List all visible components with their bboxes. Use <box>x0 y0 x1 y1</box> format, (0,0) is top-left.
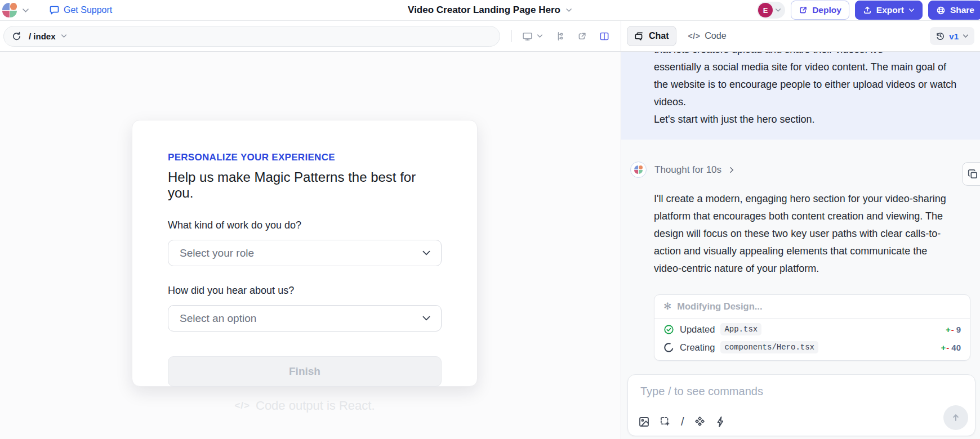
spinner-icon <box>663 342 674 353</box>
export-label: Export <box>876 5 904 15</box>
preview-toolbar: / index <box>0 21 621 52</box>
sparkle-icon: ✻ <box>663 302 671 311</box>
thought-expand-chevron-icon[interactable] <box>729 167 734 173</box>
copy-icon <box>968 169 978 180</box>
personalize-modal: PERSONALIZE YOUR EXPERIENCE Help us make… <box>132 120 478 387</box>
device-chevron-down-icon <box>537 34 543 38</box>
role-select[interactable]: Select your role <box>168 240 442 266</box>
desktop-monitor-icon <box>522 32 533 41</box>
diff-stats: + - 9 <box>946 325 961 334</box>
version-chevron-down-icon <box>963 34 969 38</box>
export-button[interactable]: Export <box>855 1 923 20</box>
source-field-label: How did you hear about us? <box>168 285 442 297</box>
route-chevron-down-icon <box>61 34 67 38</box>
support-chat-bubble-icon <box>49 5 60 15</box>
component-inspector-icon[interactable] <box>555 32 565 41</box>
app-header: Get Support Video Creator Landing Page H… <box>0 0 980 21</box>
share-globe-icon <box>936 6 946 15</box>
device-preview-selector[interactable] <box>522 32 543 41</box>
role-select-chevron-icon <box>422 250 431 256</box>
attach-image-icon[interactable] <box>638 416 650 428</box>
export-upload-icon <box>863 6 872 15</box>
tab-code-label: Code <box>705 31 726 41</box>
code-tag-icon: </> <box>688 32 701 41</box>
version-label: v1 <box>949 32 959 41</box>
copy-message-button[interactable] <box>962 162 980 186</box>
task-row-creating[interactable]: Creating components/Hero.tsx + - 40 <box>654 340 970 360</box>
tab-code[interactable]: </> Code <box>681 26 734 46</box>
role-select-value: Select your role <box>180 247 254 259</box>
finish-button[interactable]: Finish <box>168 356 442 387</box>
version-selector[interactable]: v1 <box>930 27 974 45</box>
workspace-chevron-down-icon[interactable] <box>22 8 29 13</box>
task-action-label: Updated <box>680 324 715 335</box>
toolbar-divider <box>511 30 512 42</box>
task-action-label: Creating <box>680 342 715 353</box>
export-chevron-down-icon <box>908 8 915 12</box>
user-message-body: essentially a social media site for vide… <box>654 59 957 111</box>
user-message: that lets creators upload and share thei… <box>621 52 980 140</box>
preview-panel: / index PERSONALIZE YOUR EXPERIENCE Help… <box>0 21 621 439</box>
assistant-message: I'll create a modern, engaging hero sect… <box>654 190 957 277</box>
chat-message-list[interactable]: that lets creators upload and share thei… <box>621 52 980 439</box>
source-select-chevron-icon <box>422 315 431 321</box>
file-chip: App.tsx <box>720 323 761 335</box>
user-message-clipped-line: that lets creators upload and share thei… <box>654 52 957 59</box>
code-tag-glyph: </> <box>234 400 250 411</box>
get-support-label: Get Support <box>64 5 112 15</box>
preview-url-bar[interactable]: / index <box>3 26 500 47</box>
select-element-icon[interactable] <box>660 416 671 428</box>
quick-actions-bolt-icon[interactable] <box>715 416 726 428</box>
thought-label: Thought for 10s <box>654 164 721 176</box>
chat-toolbar: Chat </> Code v1 <box>621 21 980 52</box>
modal-eyebrow: PERSONALIZE YOUR EXPERIENCE <box>168 152 442 163</box>
project-title[interactable]: Video Creator Landing Page Hero <box>408 5 572 16</box>
get-support-link[interactable]: Get Support <box>49 5 112 15</box>
account-menu[interactable]: E <box>757 2 785 19</box>
deploy-external-link-icon <box>799 6 808 15</box>
components-diamonds-icon[interactable] <box>694 416 706 428</box>
chat-input-field[interactable] <box>639 384 964 405</box>
role-field-label: What kind of work do you do? <box>168 220 442 231</box>
share-label: Share <box>950 5 974 15</box>
split-view-icon[interactable] <box>599 32 609 41</box>
open-in-new-window-icon[interactable] <box>577 32 587 41</box>
file-chip: components/Hero.tsx <box>720 341 818 353</box>
task-card-header: ✻ Modifying Design... <box>654 295 970 319</box>
slash-command-icon[interactable]: / <box>681 415 684 428</box>
title-chevron-down-icon <box>565 8 572 12</box>
user-message-last-line: Let's start with just the hero section. <box>654 111 957 128</box>
account-chevron-down-icon <box>775 8 781 12</box>
chat-composer: / <box>627 374 975 436</box>
share-button[interactable]: Share <box>928 1 980 20</box>
modal-heading: Help us make Magic Patterns the best for… <box>168 169 442 201</box>
task-status-label: Modifying Design... <box>677 301 762 312</box>
task-row-updated[interactable]: Updated App.tsx + - 9 <box>654 319 970 340</box>
deploy-button[interactable]: Deploy <box>791 1 849 20</box>
diff-stats: + - 40 <box>941 343 961 352</box>
history-icon <box>936 32 945 41</box>
chat-bubbles-icon <box>634 32 644 41</box>
tab-chat-label: Chat <box>649 31 669 41</box>
refresh-icon[interactable] <box>12 32 21 41</box>
send-arrow-up-icon <box>951 413 961 423</box>
tab-chat[interactable]: Chat <box>627 26 676 46</box>
magic-patterns-logo <box>2 3 17 17</box>
source-select[interactable]: Select an option <box>168 305 442 332</box>
avatar: E <box>758 3 773 17</box>
check-circle-icon <box>663 324 674 335</box>
assistant-avatar <box>630 162 647 178</box>
magic-patterns-mini-logo <box>634 165 643 174</box>
source-select-value: Select an option <box>180 312 256 325</box>
generation-task-card: ✻ Modifying Design... Updated App.tsx + … <box>654 294 970 361</box>
preview-route-label: / index <box>29 32 56 41</box>
chat-panel: Chat </> Code v1 that lets creators uplo… <box>621 21 980 439</box>
send-button[interactable] <box>943 405 968 430</box>
thought-summary[interactable]: Thought for 10s <box>630 162 980 178</box>
code-output-note: </> Code output is React. <box>132 398 478 413</box>
deploy-label: Deploy <box>812 5 841 15</box>
live-preview-canvas: PERSONALIZE YOUR EXPERIENCE Help us make… <box>0 52 621 439</box>
